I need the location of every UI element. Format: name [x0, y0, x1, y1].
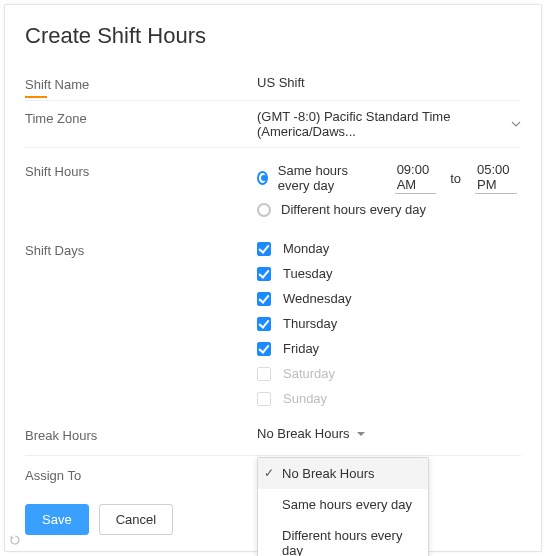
shift-hours-option-same-label: Same hours every day — [278, 163, 367, 193]
break-hours-dropdown-item[interactable]: Different hours every day — [258, 520, 428, 556]
label-break-hours: Break Hours — [25, 426, 257, 443]
shift-day-label: Wednesday — [283, 291, 351, 306]
label-shift-name: Shift Name — [25, 75, 257, 92]
shift-day-label: Sunday — [283, 391, 327, 406]
row-shift-days: Shift Days MondayTuesdayWednesdayThursda… — [25, 233, 521, 414]
shift-hours-option-diff-label: Different hours every day — [281, 202, 426, 217]
break-hours-dropdown-item[interactable]: Same hours every day — [258, 489, 428, 520]
shift-day-option[interactable]: Saturday — [257, 366, 521, 381]
checkbox-icon — [257, 242, 271, 256]
time-zone-select[interactable]: (GMT -8:0) Pacific Standard Time (Americ… — [257, 109, 521, 139]
break-hours-selected-value: No Break Hours — [257, 426, 349, 441]
checkbox-icon — [257, 392, 271, 406]
break-hours-dropdown: ✓No Break HoursSame hours every dayDiffe… — [257, 457, 429, 556]
active-tab-underline — [25, 96, 47, 98]
shift-name-value[interactable]: US Shift — [257, 75, 521, 90]
dropdown-item-label: Same hours every day — [282, 497, 412, 512]
radio-icon — [257, 171, 268, 185]
break-hours-select[interactable]: No Break Hours — [257, 426, 365, 441]
chevron-down-icon — [511, 119, 521, 129]
refresh-icon[interactable] — [9, 534, 21, 549]
shift-start-time[interactable]: 09:00 AM — [395, 162, 437, 194]
label-shift-days: Shift Days — [25, 241, 257, 258]
checkbox-icon — [257, 342, 271, 356]
row-break-hours: Break Hours No Break Hours — [25, 414, 521, 456]
time-zone-value: (GMT -8:0) Pacific Standard Time (Americ… — [257, 109, 505, 139]
page-title: Create Shift Hours — [25, 23, 521, 49]
shift-hours-options: Same hours every day 09:00 AM to 05:00 P… — [257, 162, 521, 225]
save-button[interactable]: Save — [25, 504, 89, 535]
radio-icon — [257, 203, 271, 217]
shift-hours-option-diff[interactable]: Different hours every day — [257, 202, 521, 217]
dropdown-item-label: No Break Hours — [282, 466, 374, 481]
shift-day-option[interactable]: Sunday — [257, 391, 521, 406]
row-time-zone: Time Zone (GMT -8:0) Pacific Standard Ti… — [25, 101, 521, 148]
shift-day-label: Saturday — [283, 366, 335, 381]
cancel-button[interactable]: Cancel — [99, 504, 173, 535]
label-shift-hours: Shift Hours — [25, 162, 257, 179]
shift-day-option[interactable]: Monday — [257, 241, 521, 256]
shift-day-label: Monday — [283, 241, 329, 256]
footer-buttons: Save Cancel — [25, 504, 173, 535]
label-time-zone: Time Zone — [25, 109, 257, 126]
break-hours-dropdown-item[interactable]: ✓No Break Hours — [258, 458, 428, 489]
dropdown-item-label: Different hours every day — [282, 528, 402, 556]
label-shift-name-text: Shift Name — [25, 77, 89, 92]
shift-day-label: Thursday — [283, 316, 337, 331]
break-hours-value-cell: No Break Hours — [257, 426, 521, 441]
check-icon: ✓ — [264, 466, 274, 480]
time-separator: to — [450, 171, 461, 186]
shift-day-option[interactable]: Wednesday — [257, 291, 521, 306]
shift-day-option[interactable]: Thursday — [257, 316, 521, 331]
checkbox-icon — [257, 317, 271, 331]
shift-end-time[interactable]: 05:00 PM — [475, 162, 517, 194]
checkbox-icon — [257, 367, 271, 381]
dialog-card: Create Shift Hours Shift Name US Shift T… — [4, 4, 542, 552]
row-shift-name: Shift Name US Shift — [25, 67, 521, 101]
shift-days-list: MondayTuesdayWednesdayThursdayFridaySatu… — [257, 241, 521, 406]
label-assign-to: Assign To — [25, 466, 257, 483]
row-shift-hours: Shift Hours Same hours every day 09:00 A… — [25, 148, 521, 233]
caret-down-icon — [357, 426, 365, 441]
shift-day-label: Tuesday — [283, 266, 332, 281]
shift-day-label: Friday — [283, 341, 319, 356]
shift-hours-option-same[interactable]: Same hours every day 09:00 AM to 05:00 P… — [257, 162, 521, 194]
shift-day-option[interactable]: Friday — [257, 341, 521, 356]
checkbox-icon — [257, 292, 271, 306]
shift-day-option[interactable]: Tuesday — [257, 266, 521, 281]
checkbox-icon — [257, 267, 271, 281]
